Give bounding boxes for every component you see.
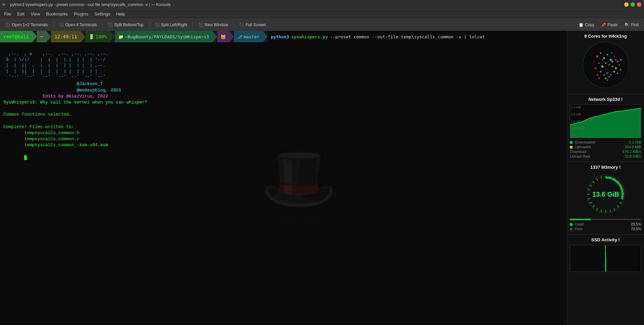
prompt-arrow-6 <box>229 31 234 42</box>
selected-msg: Common functions selected. <box>3 112 563 118</box>
network-stats: Downloaded 2.1 GiB Uploaded 164.6 MiB Do… <box>570 140 641 158</box>
new-window-button[interactable]: ⬛ New Window <box>196 21 231 29</box>
toolbar-separator-5 <box>234 22 234 28</box>
prompt-arrow-1 <box>32 31 37 42</box>
prompt-arrow-4 <box>110 31 115 42</box>
author-line2: @modexpblog, 2021 <box>3 87 563 93</box>
downloaded-row: Downloaded 2.1 GiB <box>570 140 641 144</box>
file3: tempsyscalls_common_-asm.x64.asm <box>3 142 563 148</box>
toolbar-separator-4 <box>193 22 193 28</box>
ssd-chart <box>570 245 641 272</box>
svg-point-6 <box>613 56 615 57</box>
window-controls[interactable] <box>624 2 641 7</box>
upload-speed-value: 10.8 KiB/s <box>625 154 641 158</box>
uploaded-value: 164.6 MiB <box>625 145 641 149</box>
ascii-art: ,--. , o ,--. ,--. ,--. ,--. ,--. S | \/… <box>3 46 563 80</box>
ssd-widget: SSD Activity ! <box>567 235 644 325</box>
network-chart: 2.1 GiB 1.5 GiB 1.0 GiB 529.0 MiB 0 B <box>570 105 641 138</box>
split-bottom-top-button[interactable]: ⬛ Split Bottom/Top <box>105 21 146 29</box>
terminal-cursor <box>24 155 27 160</box>
tagline: SysWhispers3: Why call the kernel when y… <box>3 99 563 106</box>
prompt-bar: root@kali ~ 12:49:11 🔋 100% 📁 ~BugBounty… <box>0 31 567 42</box>
download-speed-row: Download 176.2 KiB/s <box>570 150 641 154</box>
network-widget: Network Sp33d ! 2.1 GiB 1.5 GiB 1.0 GiB … <box>567 94 644 162</box>
memory-free-value: 70.5% <box>631 227 641 231</box>
menu-file[interactable]: File <box>1 10 14 18</box>
memory-bar-container <box>570 219 641 220</box>
full-screen-button[interactable]: ⬛ Full Screen <box>237 21 269 29</box>
paste-button[interactable]: 📌 Paste <box>598 21 621 29</box>
memory-title: 1337 M3mory ! <box>570 165 641 170</box>
memory-gauge-svg: 13.6 GiB <box>584 172 628 216</box>
upload-speed-row: Upload Rate 10.8 KiB/s <box>570 154 641 158</box>
author-line1: @Jackson_T <box>3 81 563 87</box>
file1: tempsyscalls_common.h <box>3 130 563 136</box>
toolbar: ⬛ Open 1+2 Terminals ⬛ Open 4 Terminals … <box>0 19 644 31</box>
svg-point-4 <box>607 54 608 55</box>
ssd-chart-svg <box>570 245 641 272</box>
open-12-terminals-button[interactable]: ⬛ Open 1+2 Terminals <box>3 21 51 29</box>
menu-help[interactable]: Help <box>113 10 128 18</box>
toolbar-right: 📋 Copy 📌 Paste 🔍 Find <box>576 21 641 29</box>
prompt-path: 📁 ~BugBounty/PAYLOADS/SysWhispers3 <box>115 31 212 42</box>
prompt-branch: ⎇ master <box>234 31 263 42</box>
svg-point-26 <box>611 61 613 63</box>
svg-point-22 <box>620 69 622 71</box>
svg-point-20 <box>617 73 618 74</box>
svg-point-14 <box>618 64 620 66</box>
cpu-title: 8 Cores for H4ck1ng <box>570 34 641 39</box>
blank1 <box>3 106 563 112</box>
title-bar-left: ⊞ python3 syswhispers.py --preset common… <box>3 2 171 7</box>
find-button[interactable]: 🔍 Find <box>622 21 641 29</box>
prompt-arrow-5 <box>212 31 217 42</box>
terminal[interactable]: root@kali ~ 12:49:11 🔋 100% 📁 ~BugBounty… <box>0 31 567 325</box>
svg-point-12 <box>612 66 613 67</box>
memory-free-indicator <box>570 228 573 231</box>
menu-plugins[interactable]: Plugins <box>71 10 91 18</box>
minimize-button[interactable] <box>624 2 629 7</box>
svg-point-27 <box>615 59 616 60</box>
prompt-tilde: ~ <box>37 31 46 42</box>
menu-settings[interactable]: Settings <box>92 10 113 18</box>
cursor-line <box>3 148 563 167</box>
prompt-arrow-3 <box>81 31 85 42</box>
copy-button[interactable]: 📋 Copy <box>576 21 597 29</box>
prompt-user: root@kali <box>0 31 32 42</box>
menu-edit[interactable]: Edit <box>14 10 27 18</box>
menu-bookmarks[interactable]: Bookmarks <box>43 10 70 18</box>
prompt-battery: 🔋 100% <box>85 31 110 42</box>
upload-indicator <box>570 146 573 149</box>
prompt-arrow-2 <box>46 31 51 42</box>
main-area: root@kali ~ 12:49:11 🔋 100% 📁 ~BugBounty… <box>0 31 644 325</box>
svg-text:13.6 GiB: 13.6 GiB <box>592 191 619 198</box>
network-y-labels: 2.1 GiB 1.5 GiB 1.0 GiB 529.0 MiB 0 B <box>571 105 585 138</box>
file2: tempsyscalls_common.c <box>3 136 563 142</box>
menu-bar: File Edit View Bookmarks Plugins Setting… <box>0 9 644 19</box>
svg-point-32 <box>611 52 612 54</box>
open-12-icon: ⬛ <box>5 23 10 27</box>
toolbar-separator-3 <box>149 22 149 28</box>
terminal-icon: ⊞ <box>3 2 8 7</box>
maximize-button[interactable] <box>631 2 635 7</box>
open-4-terminals-button[interactable]: ⬛ Open 4 Terminals <box>56 21 100 29</box>
close-button[interactable] <box>637 2 641 7</box>
paste-icon: 📌 <box>601 23 606 27</box>
split-bt-icon: ⬛ <box>108 23 113 27</box>
cpu-circle <box>582 41 629 88</box>
svg-point-8 <box>598 63 600 64</box>
svg-point-3 <box>603 57 605 59</box>
svg-point-0 <box>583 42 629 88</box>
menu-view[interactable]: View <box>28 10 43 18</box>
network-title: Network Sp33d ! <box>570 97 641 102</box>
window-title: python3 syswhispers.py --preset common -… <box>10 2 171 7</box>
split-left-right-button[interactable]: ⬛ Split Left/Right <box>152 21 190 29</box>
complete-msg: Complete! Files written to: <box>3 124 563 130</box>
svg-point-13 <box>615 67 617 69</box>
memory-free-row: Free 70.5% <box>570 227 641 231</box>
title-bar: ⊞ python3 syswhispers.py --preset common… <box>0 0 644 9</box>
svg-point-11 <box>608 64 610 66</box>
blank2 <box>3 118 563 124</box>
svg-point-33 <box>598 78 600 79</box>
memory-widget: 1337 M3mory ! <box>567 162 644 235</box>
svg-point-9 <box>601 66 603 68</box>
